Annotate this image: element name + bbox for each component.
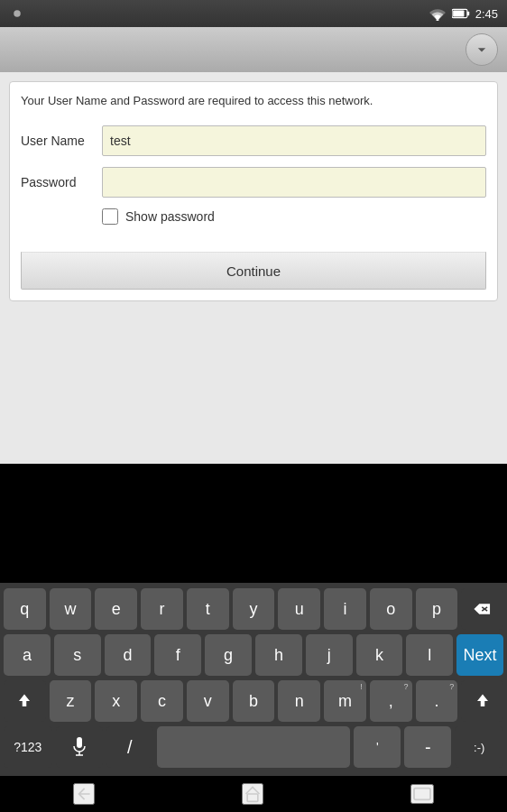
key-s[interactable]: s [54,634,101,676]
key-z[interactable]: z [50,680,92,722]
key-u[interactable]: u [278,588,320,630]
key-emoji[interactable]: :-) [455,726,503,768]
wifi-icon [429,6,447,21]
key-next[interactable]: Next [456,634,503,676]
mic-icon [72,737,87,757]
show-password-label: Show password [125,209,215,224]
chevron-down-icon [473,41,491,59]
key-o[interactable]: o [370,588,412,630]
key-y[interactable]: y [233,588,275,630]
continue-button[interactable]: Continue [21,252,486,290]
key-r[interactable]: r [141,588,183,630]
key-backspace[interactable] [461,588,503,630]
keyboard-row-4: ?123 / ' - :-) [4,726,503,768]
bottom-nav [0,776,507,812]
svg-rect-4 [453,11,464,17]
battery-icon [452,7,470,20]
key-period[interactable]: . ? [416,680,458,722]
clock: 2:45 [475,7,498,21]
dropdown-button[interactable] [466,33,498,66]
username-input[interactable] [102,125,486,156]
password-input[interactable] [102,167,486,198]
status-bar: 2:45 [0,0,507,27]
svg-rect-11 [414,789,430,800]
key-num[interactable]: ?123 [4,726,52,768]
key-c[interactable]: c [141,680,183,722]
nav-back[interactable] [73,783,95,805]
key-shift-left[interactable] [4,680,46,722]
recent-apps-icon [412,786,432,802]
key-a[interactable]: a [4,634,51,676]
username-row: User Name [21,125,486,156]
key-v[interactable]: v [187,680,229,722]
password-row: Password [21,167,486,198]
key-i[interactable]: i [324,588,366,630]
key-w[interactable]: w [50,588,92,630]
svg-rect-10 [247,794,258,801]
show-password-checkbox[interactable] [102,208,118,225]
password-label: Password [21,175,102,189]
key-comma[interactable]: , ? [370,680,412,722]
svg-rect-3 [467,12,469,16]
description-text: Your User Name and Password are required… [21,93,486,109]
key-shift-right[interactable] [461,680,503,722]
key-dash[interactable]: - [404,726,451,768]
key-q[interactable]: q [4,588,46,630]
key-m[interactable]: m ! [324,680,366,722]
key-j[interactable]: j [306,634,353,676]
key-k[interactable]: k [356,634,403,676]
svg-rect-7 [77,737,82,748]
key-h[interactable]: h [255,634,302,676]
show-password-row: Show password [102,208,486,225]
keyboard: q w e r t y u i o p a s d f g h j k l Ne… [0,583,507,776]
key-mic[interactable] [56,726,103,768]
nav-home[interactable] [242,783,263,805]
shift-icon-left [16,693,32,709]
keyboard-row-2: a s d f g h j k l Next [4,634,503,676]
key-f[interactable]: f [154,634,201,676]
key-e[interactable]: e [95,588,137,630]
notification-icon [9,5,25,22]
key-d[interactable]: d [105,634,152,676]
key-p[interactable]: p [416,588,458,630]
main-content: Your User Name and Password are required… [0,72,507,310]
key-x[interactable]: x [95,680,137,722]
key-apostrophe[interactable]: ' [354,726,401,768]
backspace-icon [473,602,493,616]
keyboard-row-1: q w e r t y u i o p [4,588,503,630]
shift-icon-right [475,693,491,709]
key-b[interactable]: b [233,680,275,722]
login-card: Your User Name and Password are required… [9,81,498,301]
home-icon [244,785,262,803]
key-slash[interactable]: / [106,726,153,768]
svg-point-0 [14,10,21,17]
keyboard-row-3: z x c v b n m ! , ? . ? [4,680,503,722]
content-spacer [0,310,507,464]
back-icon [75,785,93,803]
status-bar-right: 2:45 [429,6,498,21]
key-l[interactable]: l [406,634,453,676]
key-g[interactable]: g [205,634,252,676]
status-bar-left [9,5,25,22]
key-space[interactable] [157,726,351,768]
username-label: User Name [21,134,102,148]
key-n[interactable]: n [278,680,320,722]
key-t[interactable]: t [187,588,229,630]
nav-recent[interactable] [410,784,434,804]
action-bar [0,27,507,72]
